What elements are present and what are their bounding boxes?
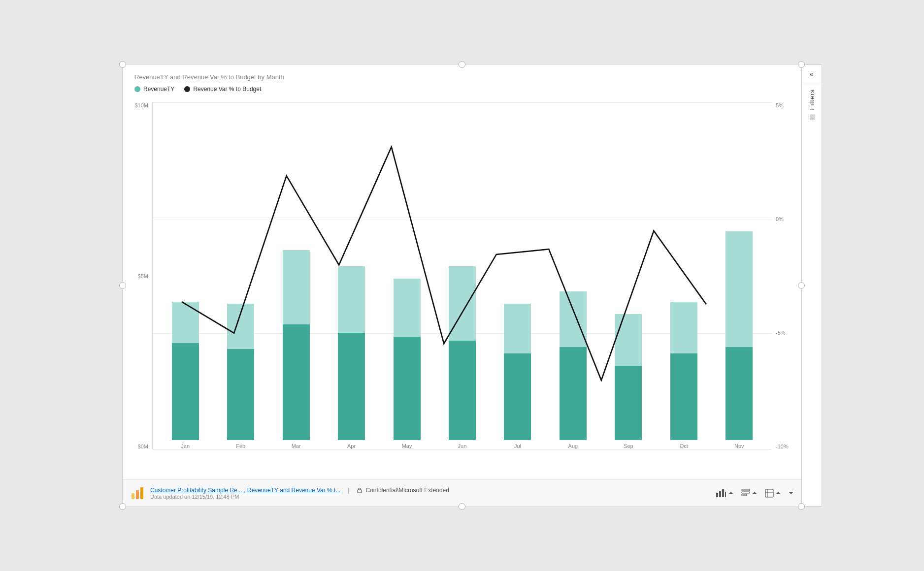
handle-edge-right[interactable] (798, 282, 805, 289)
bar-top-jul (504, 304, 531, 353)
svg-rect-1 (136, 490, 139, 499)
handle-edge-bottom[interactable] (459, 503, 465, 510)
visualizations-button[interactable] (716, 489, 733, 498)
svg-rect-11 (765, 489, 773, 497)
x-label-sep: Sep (624, 443, 633, 449)
legend-dot-revenue-ty (134, 86, 140, 92)
legend-label-revenue-ty: RevenueTY (143, 86, 174, 93)
outer-container: « ☰ Filters RevenueTY and Revenue Var % … (0, 0, 924, 571)
x-label-may: May (402, 443, 412, 449)
bar-bottom-jul (504, 353, 531, 440)
svg-rect-6 (722, 489, 724, 497)
y-label-10m: $10M (134, 102, 148, 108)
footer-right (716, 489, 793, 498)
format-button[interactable] (765, 489, 781, 498)
handle-corner-br[interactable] (798, 503, 805, 510)
bar-stack-aug[interactable] (560, 291, 587, 440)
x-label-apr: Apr (347, 443, 356, 449)
footer-updated: Data updated on 12/15/19, 12:48 PM (150, 494, 449, 500)
x-label-jul: Jul (514, 443, 521, 449)
bar-stack-jan[interactable] (172, 302, 199, 440)
chart-footer: Customer Profitability Sample Re... , Re… (123, 479, 801, 507)
bar-top-nov (726, 231, 753, 347)
bar-group-jan: Jan (158, 302, 213, 449)
footer-separator: | (347, 487, 349, 494)
bar-bottom-jan (172, 343, 199, 440)
footer-link[interactable]: Customer Profitability Sample Re... , Re… (150, 487, 340, 494)
handle-edge-top[interactable] (459, 61, 465, 68)
bar-bottom-jun (449, 341, 476, 440)
bar-top-mar (283, 250, 310, 324)
bar-group-apr: Apr (324, 266, 379, 449)
svg-rect-9 (742, 492, 750, 493)
filters-label: ☰ Filters (808, 89, 816, 121)
bar-group-nov: Nov (712, 231, 767, 449)
expand-button[interactable] (789, 492, 793, 494)
chart-header: RevenueTY and Revenue Var % to Budget by… (123, 64, 801, 97)
bar-group-oct: Oct (656, 302, 711, 449)
bar-top-may (394, 279, 421, 337)
x-label-aug: Aug (568, 443, 578, 449)
bar-stack-jul[interactable] (504, 304, 531, 440)
bar-stack-jun[interactable] (449, 266, 476, 440)
bar-top-sep (615, 314, 642, 366)
y-axis-right: 5% 0% -5% -10% (772, 102, 801, 449)
bar-stack-apr[interactable] (338, 266, 365, 440)
chevron-up-format (776, 492, 781, 494)
powerbi-icon (131, 486, 144, 500)
bar-top-jun (449, 266, 476, 341)
bar-stack-may[interactable] (394, 279, 421, 440)
bar-bottom-aug (560, 347, 587, 440)
footer-left: Customer Profitability Sample Re... , Re… (131, 486, 449, 500)
plot-area: JanFebMarAprMayJunJulAugSepOctNov (152, 102, 772, 449)
svg-rect-7 (725, 492, 726, 497)
bar-bottom-may (394, 337, 421, 440)
bar-top-jan (172, 302, 199, 343)
y-label-0m: $0M (138, 444, 148, 449)
bar-stack-oct[interactable] (670, 302, 697, 440)
bar-bottom-apr (338, 333, 365, 440)
x-label-jan: Jan (181, 443, 190, 449)
svg-rect-8 (742, 489, 750, 491)
bar-top-feb (227, 304, 254, 349)
handle-corner-tl[interactable] (119, 61, 126, 68)
format-icon (765, 489, 774, 498)
legend-label-revenue-var: Revenue Var % to Budget (193, 86, 261, 93)
svg-rect-4 (716, 493, 718, 497)
chart-frame: « ☰ Filters RevenueTY and Revenue Var % … (122, 64, 802, 507)
bar-top-apr (338, 266, 365, 332)
bar-stack-sep[interactable] (615, 314, 642, 440)
chevron-up-viz (728, 492, 733, 494)
y-label-5m: $5M (138, 273, 148, 279)
filters-collapse-button[interactable]: « (802, 65, 822, 83)
fields-button[interactable] (741, 489, 757, 498)
chevron-down-expand (789, 492, 793, 494)
handle-edge-left[interactable] (119, 282, 126, 289)
legend-item-revenue-var: Revenue Var % to Budget (184, 86, 261, 93)
bar-group-jul: Jul (490, 304, 545, 449)
lock-icon (356, 487, 363, 494)
bar-bottom-feb (227, 349, 254, 440)
handle-corner-bl[interactable] (119, 503, 126, 510)
bar-bottom-sep (615, 366, 642, 440)
bar-group-may: May (379, 279, 434, 449)
svg-rect-10 (742, 494, 747, 496)
x-label-oct: Oct (680, 443, 688, 449)
chart-body: $10M $5M $0M 5% 0% -5% -10% JanFebMarApr… (123, 97, 801, 479)
bar-stack-nov[interactable] (726, 231, 753, 440)
bar-bottom-oct (670, 353, 697, 440)
bar-group-sep: Sep (601, 314, 656, 449)
bar-group-jun: Jun (434, 266, 490, 449)
handle-corner-tr[interactable] (798, 61, 805, 68)
x-label-mar: Mar (292, 443, 301, 449)
y-label-0pct: 0% (776, 216, 784, 222)
bar-stack-mar[interactable] (283, 250, 310, 440)
bar-stack-feb[interactable] (227, 304, 254, 440)
filter-icon: ☰ (808, 113, 816, 121)
x-label-feb: Feb (236, 443, 245, 449)
svg-rect-2 (140, 487, 143, 499)
bar-group-mar: Mar (268, 250, 324, 449)
fields-icon (741, 489, 750, 498)
collapse-icon: « (810, 70, 814, 78)
footer-confidential: Confidential\Microsoft Extended (356, 487, 449, 494)
